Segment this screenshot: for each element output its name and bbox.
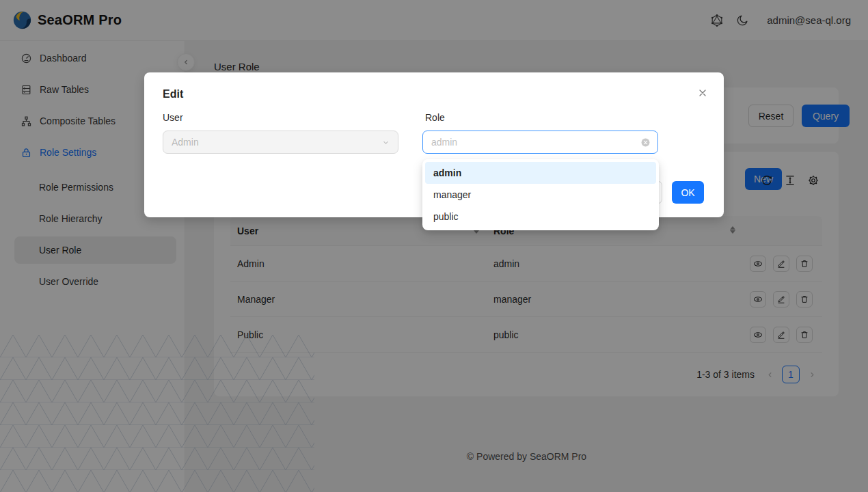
- role-options-dropdown: admin manager public: [422, 159, 659, 230]
- app-root: SeaORM Pro admin@sea-ql.or: [0, 0, 868, 492]
- modal-title: Edit: [163, 88, 183, 100]
- chevron-down-icon: [381, 138, 390, 147]
- role-combobox[interactable]: [422, 131, 658, 154]
- clear-icon[interactable]: [640, 137, 651, 148]
- dropdown-option-manager[interactable]: manager: [425, 184, 656, 206]
- ok-button[interactable]: OK: [672, 181, 704, 204]
- user-select[interactable]: Admin: [163, 131, 398, 154]
- role-input[interactable]: [423, 131, 637, 153]
- dropdown-option-admin[interactable]: admin: [425, 162, 656, 184]
- dropdown-option-public[interactable]: public: [425, 206, 656, 228]
- user-select-value: Admin: [172, 137, 199, 148]
- close-icon[interactable]: [694, 84, 711, 102]
- role-field-label: Role: [425, 112, 445, 123]
- user-field-label: User: [163, 112, 183, 123]
